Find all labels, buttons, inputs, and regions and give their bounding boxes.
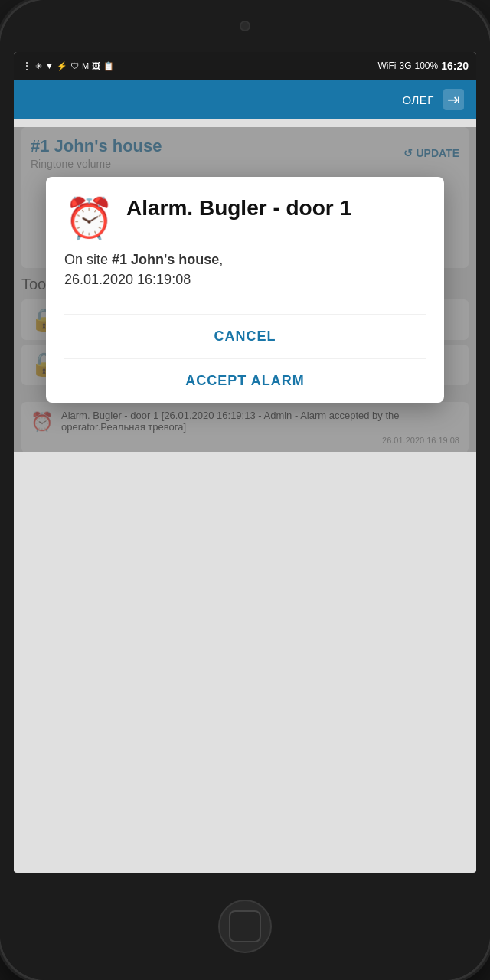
home-button[interactable] <box>218 900 272 953</box>
gmail-icon: M <box>82 61 89 70</box>
photos-icon: 🖼 <box>92 61 100 70</box>
status-right: WiFi 3G 100% 16:20 <box>377 60 469 72</box>
alarm-dialog: ⏰ Alarm. Bugler - door 1 On site #1 John… <box>46 177 444 402</box>
status-bar: ⋮ ✳ ▼ ⚡ 🛡 M 🖼 📋 WiFi 3G 100% 16:20 <box>14 52 476 80</box>
top-bezel <box>0 0 490 52</box>
clipboard-icon: 📋 <box>103 61 114 71</box>
dialog-title: Alarm. Bugler - door 1 <box>126 195 351 221</box>
dialog-actions: CANCEL ACCEPT ALARM <box>64 314 426 403</box>
camera <box>240 21 250 31</box>
bottom-bezel <box>0 873 490 980</box>
main-content: #1 John's house Ringtone volume ↺ UPDATE… <box>14 127 476 452</box>
phone-frame: ⋮ ✳ ▼ ⚡ 🛡 M 🖼 📋 WiFi 3G 100% 16:20 ОЛЕГ … <box>0 0 490 980</box>
time-label: 16:20 <box>441 60 469 72</box>
signal-label: 3G <box>399 60 411 71</box>
home-button-inner <box>229 910 261 942</box>
dialog-header: ⏰ Alarm. Bugler - door 1 <box>64 195 426 238</box>
dialog-body-prefix: On site <box>64 252 112 267</box>
dialog-body: On site #1 John's house, 26.01.2020 16:1… <box>64 250 426 289</box>
logout-icon[interactable]: ⇥ <box>443 89 464 110</box>
usb-icon: ⚡ <box>57 61 67 71</box>
dialog-datetime: 26.01.2020 16:19:08 <box>64 272 191 287</box>
phone-screen: ⋮ ✳ ▼ ⚡ 🛡 M 🖼 📋 WiFi 3G 100% 16:20 ОЛЕГ … <box>14 52 476 873</box>
asterisk-icon: ✳ <box>35 61 42 71</box>
accept-alarm-button[interactable]: ACCEPT ALARM <box>64 359 426 403</box>
cancel-button[interactable]: CANCEL <box>64 315 426 359</box>
dialog-site-bold: #1 John's house <box>112 252 219 267</box>
dialog-body-suffix: , <box>219 252 223 267</box>
header-username: ОЛЕГ <box>403 93 434 106</box>
wifi-icon: WiFi <box>377 60 396 71</box>
shield-icon: 🛡 <box>70 61 79 70</box>
overlay: ⏰ Alarm. Bugler - door 1 On site #1 John… <box>14 127 476 452</box>
battery-label: 100% <box>414 60 438 71</box>
vpn-icon: ▼ <box>45 61 54 70</box>
dialog-alarm-icon: ⏰ <box>64 198 114 238</box>
app-header: ОЛЕГ ⇥ <box>14 80 476 119</box>
dots-icon: ⋮ <box>21 60 32 72</box>
status-icons-left: ⋮ ✳ ▼ ⚡ 🛡 M 🖼 📋 <box>21 60 114 72</box>
